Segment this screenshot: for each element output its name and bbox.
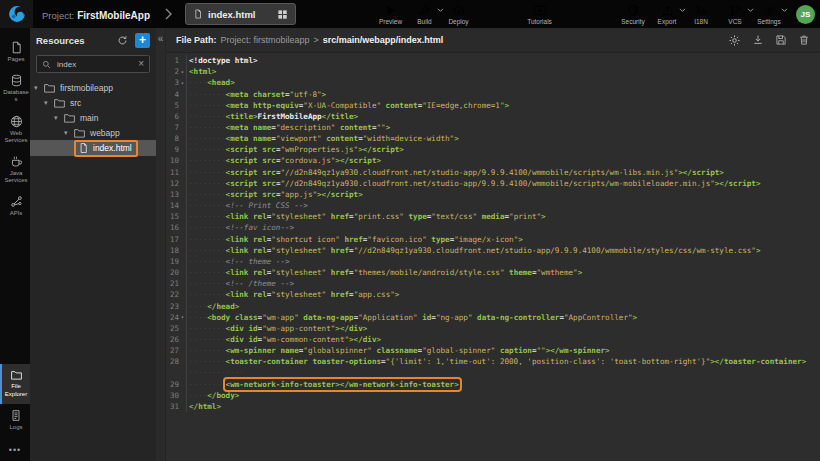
- code-line[interactable]: 23····</head>: [166, 300, 820, 311]
- code-line[interactable]: 17········<link rel="shortcut icon" href…: [166, 234, 820, 245]
- fold-marker[interactable]: ▾: [179, 312, 187, 323]
- fold-marker: [179, 256, 187, 267]
- topbar-build-button[interactable]: Build: [409, 3, 441, 25]
- topbar-preview-button[interactable]: Preview: [375, 3, 407, 25]
- resources-title: Resources: [36, 35, 117, 46]
- code-line[interactable]: 24▾····<body class="wm-app" data-ng-app=…: [166, 312, 820, 323]
- topbar-button-label: Security: [621, 18, 644, 25]
- fold-marker: [179, 267, 187, 278]
- chevron-down-icon[interactable]: ▾: [34, 84, 43, 92]
- globe-icon: [10, 115, 23, 128]
- code-line[interactable]: 29········<wm-network-info-toaster></wm-…: [166, 379, 820, 390]
- code-line[interactable]: 13········<script src="app.js"></script>: [166, 189, 820, 200]
- code-editor-pane: File Path: Project: firstmobileapp > src…: [166, 28, 820, 461]
- fold-marker: [179, 334, 187, 345]
- code-line[interactable]: 2▾<html>: [166, 66, 820, 77]
- save-file-icon[interactable]: [775, 34, 787, 46]
- code-line[interactable]: 31</html>: [166, 401, 820, 412]
- code-line[interactable]: 11········<script src="//d2n849qz1ya930.…: [166, 167, 820, 178]
- code-line[interactable]: 10········<script src="cordova.js"></scr…: [166, 155, 820, 166]
- topbar-security-button[interactable]: Security: [617, 3, 649, 25]
- code-line[interactable]: ············: [166, 367, 820, 378]
- chevron-down-icon[interactable]: ▾: [64, 129, 73, 137]
- tree-item-firstmobileapp[interactable]: ▾firstmobileapp: [30, 80, 156, 95]
- topbar-i18n-button[interactable]: I18N: [685, 3, 717, 25]
- sidebar-item-web-services[interactable]: Web Services: [0, 110, 30, 150]
- code-line[interactable]: 16········<!--fav icon-->: [166, 222, 820, 233]
- coffee-icon: [10, 155, 23, 168]
- download-file-icon[interactable]: [752, 34, 764, 46]
- code-line[interactable]: 20········<link rel="stylesheet" href="t…: [166, 267, 820, 278]
- delete-file-icon[interactable]: [798, 34, 810, 46]
- line-number: 11: [166, 168, 179, 177]
- fold-marker[interactable]: ▾: [179, 77, 187, 88]
- code-line[interactable]: 19········<!-- theme -->: [166, 256, 820, 267]
- sidebar-item-file-explorer[interactable]: File Explorer: [0, 364, 30, 403]
- search-input[interactable]: [55, 59, 134, 70]
- chevron-down-icon[interactable]: ▾: [54, 114, 63, 122]
- filepath-project: Project: firstmobileapp: [221, 35, 310, 45]
- code-line[interactable]: 25········<div id="wm-app-content"></div…: [166, 323, 820, 334]
- line-number: 30: [166, 391, 179, 400]
- shield-icon: [627, 4, 640, 17]
- topbar-deploy-button[interactable]: Deploy: [443, 3, 475, 25]
- tree-item-src[interactable]: ▾src: [30, 95, 156, 110]
- code-line[interactable]: 15········<link rel="stylesheet" href="p…: [166, 211, 820, 222]
- topbar-vcs-button[interactable]: VCS: [719, 3, 751, 25]
- fold-marker: [179, 222, 187, 233]
- code-text: ····<body class="wm-app" data-ng-app="Ap…: [187, 313, 637, 322]
- topbar-actions-left: PreviewBuildDeployTutorials: [374, 3, 557, 25]
- code-area[interactable]: 1<!doctype html>2▾<html>3▾····<head>4···…: [166, 53, 820, 412]
- sidebar-item-logs[interactable]: Logs: [0, 404, 30, 437]
- tab-index-html[interactable]: index.html: [185, 3, 296, 25]
- code-line[interactable]: 14········<!-- Print CSS -->: [166, 200, 820, 211]
- sidebar-item-databases[interactable]: Databases: [0, 69, 30, 109]
- editor-settings-icon[interactable]: [728, 34, 741, 47]
- search-icon: [42, 60, 51, 69]
- code-line[interactable]: 12········<script src="//d2n849qz1ya930.…: [166, 178, 820, 189]
- code-line[interactable]: 3▾····<head>: [166, 77, 820, 88]
- avatar[interactable]: JS: [796, 5, 815, 24]
- topbar-button-label: Build: [417, 18, 431, 25]
- sidebar-item-pages[interactable]: Pages: [0, 36, 30, 69]
- fold-marker: [179, 379, 187, 390]
- code-line[interactable]: 9········<script src="wmProperties.js"><…: [166, 144, 820, 155]
- code-line[interactable]: 5········<meta http-equiv="X-UA-Compatib…: [166, 100, 820, 111]
- topbar-export-button[interactable]: Export: [651, 3, 683, 25]
- topbar-settings-button[interactable]: Settings: [753, 3, 785, 25]
- code-line[interactable]: 27········<wm-spinner name="globalspinne…: [166, 345, 820, 356]
- sidebar-item-java-services[interactable]: Java Services: [0, 150, 30, 190]
- left-nav-top: PagesDatabasesWeb ServicesJava ServicesA…: [0, 36, 30, 224]
- code-line[interactable]: 6········<title>FirstMobileApp</title>: [166, 111, 820, 122]
- code-line[interactable]: 28········<toaster-container toaster-opt…: [166, 356, 820, 367]
- fold-marker[interactable]: ▾: [179, 66, 187, 77]
- code-line[interactable]: 18········<link rel="stylesheet" href="/…: [166, 245, 820, 256]
- code-line[interactable]: 26········<div id="wm-common-content"></…: [166, 334, 820, 345]
- grid-icon[interactable]: [277, 9, 288, 20]
- code-line[interactable]: 4········<meta charset="utf-8">: [166, 88, 820, 99]
- code-line[interactable]: 21········<!-- /theme -->: [166, 278, 820, 289]
- line-number: 1: [166, 56, 179, 65]
- panel-divider[interactable]: «: [156, 28, 166, 461]
- collapse-panel-icon[interactable]: «: [156, 28, 165, 44]
- code-line[interactable]: 8········<meta name="viewport" content="…: [166, 133, 820, 144]
- sidebar-item-apis[interactable]: APIs: [0, 190, 30, 223]
- more-options-icon[interactable]: •••: [0, 437, 30, 461]
- line-number: 6: [166, 112, 179, 121]
- clear-search-icon[interactable]: ×: [138, 59, 144, 69]
- code-line[interactable]: 1<!doctype html>: [166, 55, 820, 66]
- chevron-down-icon[interactable]: ▾: [44, 99, 53, 107]
- tree-item-index-html[interactable]: index.html: [30, 140, 156, 156]
- code-line[interactable]: 7········<meta name="description" conten…: [166, 122, 820, 133]
- refresh-icon[interactable]: [117, 35, 128, 46]
- line-number: 12: [166, 179, 179, 188]
- tree-item-webapp[interactable]: ▾webapp: [30, 125, 156, 140]
- wavemaker-logo[interactable]: [0, 0, 33, 28]
- code-line[interactable]: 22········<link rel="stylesheet" href="a…: [166, 289, 820, 300]
- fold-marker: [179, 100, 187, 111]
- add-resource-button[interactable]: +: [135, 33, 150, 48]
- tree-item-main[interactable]: ▾main: [30, 110, 156, 125]
- code-line[interactable]: 30····</body>: [166, 390, 820, 401]
- topbar-tutorials-button[interactable]: Tutorials: [524, 3, 556, 25]
- line-number: 28: [166, 357, 179, 366]
